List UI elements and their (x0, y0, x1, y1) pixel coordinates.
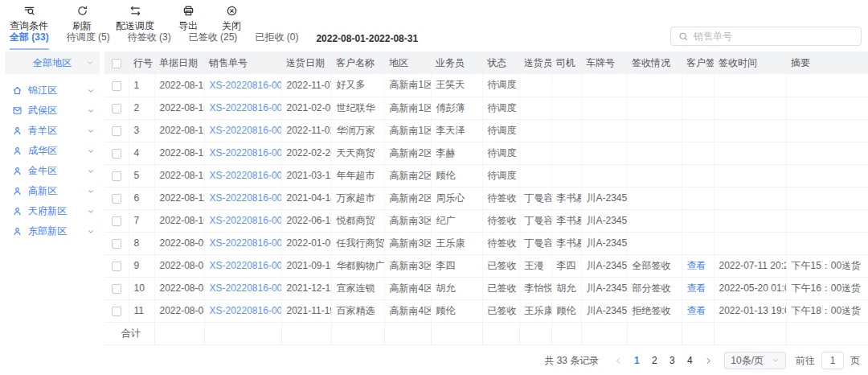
cell-sale-no: XS-20220816-000012 (204, 209, 281, 232)
cell-doc-date: 2022-08-16 (154, 119, 204, 142)
cell-sale-no: XS-20220816-000015 (204, 142, 281, 164)
sidebar-item-gaoxin[interactable]: 高新区 (0, 181, 104, 201)
tab-signed[interactable]: 已签收 (25) (189, 31, 238, 50)
row-checkbox[interactable] (112, 81, 121, 91)
row-checkbox[interactable] (112, 216, 121, 226)
sale-order-link[interactable]: XS-20220816-000016 (210, 125, 282, 136)
row-checkbox[interactable] (112, 126, 121, 136)
page-number-4[interactable]: 4 (681, 355, 698, 366)
row-checkbox[interactable] (112, 239, 121, 249)
row-checkbox[interactable] (112, 284, 121, 294)
page-size-select[interactable]: 10条/页 (724, 352, 786, 369)
row-checkbox[interactable] (112, 104, 121, 113)
row-checkbox[interactable] (112, 149, 121, 159)
page-number-1[interactable]: 1 (628, 355, 645, 366)
sale-order-link[interactable]: XS-20220816-000011 (210, 237, 282, 249)
cell-sale-no: XS-20220816-000010 (204, 254, 281, 277)
column-header: 司机 (551, 52, 581, 74)
sale-order-link[interactable]: XS-20220816-000014 (210, 170, 282, 181)
row-checkbox[interactable] (112, 262, 121, 271)
cell-sign-status (627, 209, 682, 232)
status-tabs: 全部 (33)待调度 (5)待签收 (3)已签收 (25)已拒收 (0) (10, 31, 298, 50)
cell-deliverer (519, 142, 551, 164)
region-label: 青羊区 (28, 124, 57, 138)
cell-sign-time (714, 164, 786, 187)
tab-pending-sign[interactable]: 待签收 (3) (128, 31, 171, 50)
sidebar-item-jinniu[interactable]: 金牛区 (0, 161, 104, 181)
chevron-down-icon (87, 208, 95, 216)
sale-order-link[interactable]: XS-20220816-000015 (210, 147, 282, 159)
tab-rejected[interactable]: 已拒收 (0) (255, 31, 298, 50)
cell-sign-time (714, 74, 786, 97)
export-button[interactable]: 导出 (178, 5, 198, 33)
table-row: 52022-08-16XS-20220816-0000142021-03-12年… (104, 164, 868, 187)
user-icon (12, 146, 23, 156)
cell-salesman: 王乐康 (431, 232, 482, 254)
column-header: 状态 (482, 52, 519, 74)
cell-signature (682, 209, 714, 232)
filter-search-icon (23, 5, 35, 17)
cell-summary: 下午18：00送货 (786, 299, 868, 322)
cell-row-no: 10 (129, 277, 154, 299)
next-page-button[interactable] (700, 356, 716, 365)
search-icon (678, 31, 689, 42)
cell-doc-date: 2022-08-16 (154, 97, 204, 119)
sale-order-link[interactable]: XS-20220816-000010 (210, 260, 282, 271)
view-signature-link[interactable]: 查看 (687, 282, 706, 294)
sidebar-item-qingyang[interactable]: 青羊区 (0, 121, 104, 141)
sidebar-item-dongbu[interactable]: 东部新区 (0, 221, 104, 241)
cell-plate: 川A-234569 (581, 277, 627, 299)
search-box[interactable] (670, 27, 862, 46)
cell-plate (581, 142, 627, 164)
view-signature-link[interactable]: 查看 (687, 305, 706, 316)
sale-order-link[interactable]: XS-20220816-000009 (210, 282, 282, 294)
region-label: 锦江区 (28, 84, 57, 97)
table-row: 12022-08-16XS-20220816-0000182022-11-07好… (104, 74, 868, 97)
cell-delivery-date: 2022-06-16 (281, 209, 331, 232)
goto-page-input[interactable] (821, 352, 844, 369)
cell-signature (682, 187, 714, 209)
cell-doc-date: 2022-08-10 (154, 209, 204, 232)
sidebar-item-tianfu[interactable]: 天府新区 (0, 201, 104, 221)
total-label: 合计 (104, 322, 154, 344)
search-input[interactable] (694, 31, 854, 42)
column-header: 签收情况 (627, 52, 682, 74)
region-filter-dropdown[interactable]: 全部地区 (5, 52, 100, 74)
tab-pending-dispatch[interactable]: 待调度 (5) (67, 31, 110, 50)
tab-all[interactable]: 全部 (33) (10, 31, 49, 50)
cell-row-no: 8 (129, 232, 154, 254)
prev-page-button[interactable] (610, 356, 626, 365)
sidebar-item-chenghua[interactable]: 成华区 (0, 141, 104, 161)
sidebar-item-jinjiang[interactable]: 锦江区 (0, 80, 104, 101)
sidebar-item-wuhou[interactable]: 武侯区 (0, 101, 104, 121)
cell-salesman: 纪广 (431, 209, 482, 232)
page-number-3[interactable]: 3 (663, 355, 681, 366)
dispatch-button[interactable]: 配送调度 (116, 5, 154, 33)
view-signature-link[interactable]: 查看 (687, 260, 706, 271)
cell-sign-status (627, 74, 682, 97)
sale-order-link[interactable]: XS-20220816-000017 (210, 102, 282, 113)
cell-sign-status: 部分签收 (627, 277, 682, 299)
page-number-2[interactable]: 2 (645, 355, 663, 366)
refresh-button[interactable]: 刷新 (72, 5, 92, 33)
cell-delivery-date: 2021-11-19 (281, 299, 331, 322)
cell-sale-no: XS-20220816-000014 (204, 164, 281, 187)
row-checkbox[interactable] (112, 194, 121, 204)
sale-order-link[interactable]: XS-20220816-000018 (210, 80, 282, 91)
cell-doc-date: 2022-08-11 (154, 187, 204, 209)
row-checkbox[interactable] (112, 307, 121, 316)
select-all-checkbox[interactable] (112, 59, 121, 68)
sale-order-link[interactable]: XS-20220816-000008 (210, 305, 282, 316)
cell-salesman: 胡允 (431, 277, 482, 299)
close-button[interactable]: 关闭 (222, 5, 241, 33)
cell-status: 待调度 (482, 74, 519, 97)
cell-customer: 世纪联华 (331, 97, 384, 119)
query-conditions-button[interactable]: 查询条件 (10, 5, 48, 33)
cell-delivery-date: 2022-11-01 (281, 119, 331, 142)
main-area: 全部地区 锦江区武侯区青羊区成华区金牛区高新区天府新区东部新区 行号单据日期销售… (0, 52, 868, 345)
sale-order-link[interactable]: XS-20220816-000012 (210, 215, 282, 226)
cell-driver: 李书易 (551, 232, 581, 254)
row-checkbox[interactable] (112, 171, 121, 181)
cell-deliverer: 王漫 (519, 254, 551, 277)
sale-order-link[interactable]: XS-20220816-000013 (210, 192, 282, 204)
